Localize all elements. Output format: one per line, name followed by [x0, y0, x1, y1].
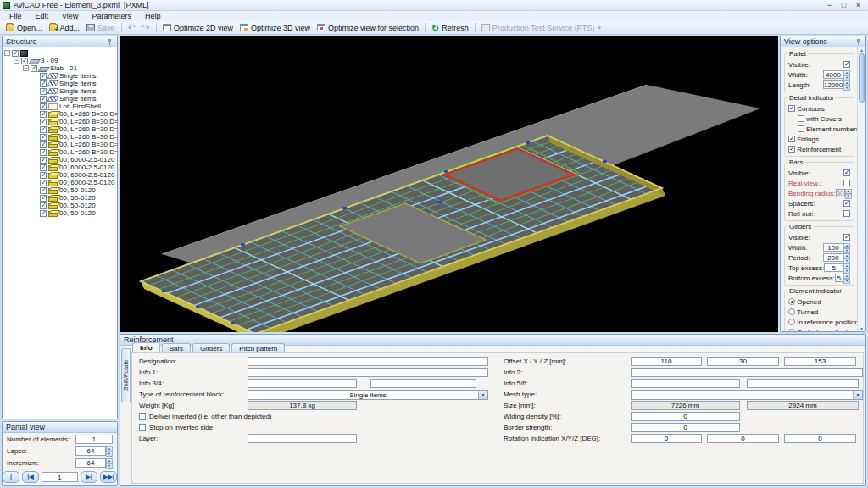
first-button[interactable]: |◀◀ [3, 471, 19, 483]
pallet-length-spinner[interactable]: ▲▼ [843, 80, 850, 89]
tree-item-checkbox[interactable] [40, 149, 47, 156]
menu-edit[interactable]: Edit [29, 12, 56, 20]
tree-item[interactable]: − 00, L=260 B=30 D=6 [3, 125, 117, 133]
tree-item[interactable]: − Single items [3, 87, 117, 95]
pts-button[interactable]: Production Test Service (PTS)▼ [478, 22, 605, 34]
pallet-width-input[interactable]: 4000 [823, 70, 843, 79]
collapse-icon[interactable]: − [14, 58, 19, 64]
tree-item-checkbox[interactable] [40, 180, 47, 186]
rotation-y-input[interactable] [707, 434, 779, 443]
project-coordinates-radio[interactable] [788, 329, 795, 331]
offset-z-input[interactable] [784, 357, 856, 366]
view-options-scrollbar[interactable]: ▲▼ [857, 47, 865, 331]
3d-viewport[interactable] [120, 36, 778, 332]
tree-item[interactable]: − 00, 50-0120 [3, 202, 117, 209]
turned-radio[interactable] [788, 308, 795, 315]
previous-button[interactable]: |◀ [22, 471, 39, 483]
tree-item-checkbox[interactable] [40, 134, 47, 141]
collapse-icon[interactable]: − [23, 65, 29, 71]
tree-item-checkbox[interactable] [21, 58, 28, 64]
tree-item-checkbox[interactable] [40, 119, 47, 125]
tree-item[interactable]: − 00, 6000-2.5-0120 [3, 156, 117, 164]
tree-item-checkbox[interactable] [40, 195, 47, 202]
offset-y-input[interactable] [707, 357, 779, 366]
tree-item-checkbox[interactable] [31, 65, 37, 72]
reference-position-radio[interactable] [788, 319, 795, 325]
tree-item[interactable]: − Single items [3, 80, 117, 87]
lapso-spinner[interactable]: ▲▼ [106, 446, 113, 455]
info1-input[interactable] [248, 368, 488, 377]
info2-input[interactable] [631, 368, 863, 377]
girders-period-spinner[interactable]: ▲▼ [843, 253, 850, 262]
tree-item-checkbox[interactable] [40, 103, 47, 110]
close-button[interactable]: × [851, 0, 865, 10]
tree-item[interactable]: − 00, 6000-2.5-0120 [3, 164, 117, 171]
increment-spinner[interactable]: ▲▼ [106, 458, 113, 467]
tree-item-checkbox[interactable] [40, 141, 47, 148]
optimize-selection-button[interactable]: Optimize view for selection [314, 22, 422, 34]
opened-radio[interactable] [788, 298, 795, 305]
tree-item[interactable]: − Lot, FirstShell [3, 103, 117, 110]
tree-item-checkbox[interactable] [40, 96, 47, 103]
collapse-icon[interactable]: − [4, 50, 10, 56]
bending-radius-input[interactable]: 30 [836, 189, 845, 197]
mesh-type-select[interactable]: ▼ [631, 390, 863, 400]
contours-checkbox[interactable] [788, 105, 795, 112]
girders-period-input[interactable]: 200 [823, 253, 843, 262]
shift-rotate-side-tab[interactable]: Shift/Rotate [121, 348, 131, 402]
lapso-input[interactable]: 64 [75, 446, 106, 456]
tree-item-checkbox[interactable] [40, 202, 47, 209]
spacers-checkbox[interactable] [843, 200, 850, 207]
optimize-3d-button[interactable]: Optimize 3D view [236, 22, 314, 34]
pin-icon[interactable] [855, 38, 862, 45]
stop-inverted-checkbox[interactable] [139, 424, 146, 431]
tree-item-checkbox[interactable] [40, 73, 47, 80]
bottom-excess-spinner[interactable]: ▲▼ [843, 274, 850, 282]
dropdown-arrow-icon[interactable]: ▼ [478, 391, 487, 399]
optimize-2d-button[interactable]: Optimize 2D view [159, 22, 236, 34]
pallet-width-spinner[interactable]: ▲▼ [843, 70, 850, 79]
tree-item-checkbox[interactable] [40, 111, 47, 118]
fittings-checkbox[interactable] [788, 136, 795, 142]
bars-visible-checkbox[interactable] [843, 169, 850, 176]
offset-x-input[interactable] [631, 357, 702, 366]
bottom-excess-input[interactable]: 5 [835, 274, 843, 282]
tree-item[interactable]: − 00, 50-0120 [3, 194, 117, 202]
type-select[interactable]: Single items▼ [248, 390, 488, 400]
tree-item[interactable]: − Single items [3, 95, 117, 103]
tree-item[interactable]: − 00, L=260 B=30 D=6 [3, 133, 117, 141]
girders-width-input[interactable]: 100 [823, 243, 843, 252]
border-strength-input[interactable] [631, 423, 740, 432]
refresh-button[interactable]: ↻Refresh [428, 22, 472, 34]
info3-input[interactable] [248, 379, 357, 388]
tree-item[interactable]: − 00, 6000-2.5-0120 [3, 171, 117, 179]
girders-width-spinner[interactable]: ▲▼ [843, 243, 850, 252]
layer-input[interactable] [248, 434, 357, 443]
undo-button[interactable]: ↶ [125, 22, 139, 34]
pallet-length-input[interactable]: 12000 [823, 80, 843, 89]
redo-button[interactable]: ↷ [139, 22, 153, 34]
top-excess-spinner[interactable]: ▲▼ [843, 263, 850, 272]
minimize-button[interactable]: − [822, 0, 837, 10]
tree-item-checkbox[interactable] [40, 164, 47, 171]
tree-item[interactable]: − 3 - 09 [3, 57, 117, 64]
density-input[interactable] [631, 412, 740, 421]
tree-item[interactable]: − 00, 50-0120 [3, 209, 117, 217]
tree-item-checkbox[interactable] [40, 88, 47, 95]
pallet-visible-checkbox[interactable] [843, 61, 850, 68]
menu-file[interactable]: File [3, 12, 29, 20]
tree-item-checkbox[interactable] [12, 50, 19, 57]
menu-parameters[interactable]: Parameters [85, 12, 138, 20]
maximize-button[interactable]: □ [837, 0, 851, 10]
tree-item[interactable]: − 00, 6000-2.5-0120 [3, 179, 117, 186]
top-excess-input[interactable]: 5 [824, 263, 843, 272]
add-button[interactable]: Add... [46, 22, 84, 34]
increment-input[interactable]: 64 [75, 458, 106, 468]
roll-out-checkbox[interactable] [843, 210, 850, 217]
tree-item[interactable]: − 00, 50-0120 [3, 186, 117, 194]
next-button[interactable]: ▶| [81, 471, 97, 483]
designation-input[interactable] [248, 357, 488, 366]
info5-input[interactable] [631, 379, 740, 388]
girders-visible-checkbox[interactable] [843, 234, 850, 241]
tree-item[interactable]: − 00, L=260 B=30 D=6 [3, 110, 117, 118]
